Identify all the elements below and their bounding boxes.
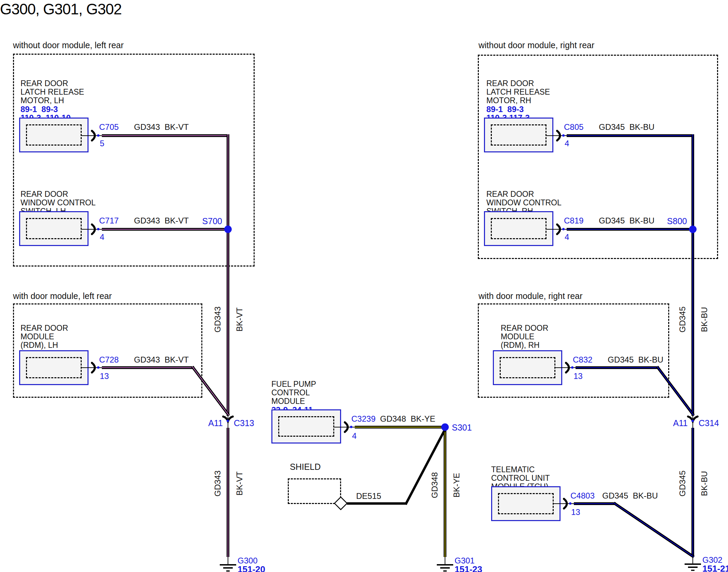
- pin-label-c3239: 4: [352, 431, 356, 441]
- pin-label-c819: 4: [565, 232, 569, 242]
- inline-connector-label-a11-right: A11: [655, 418, 688, 428]
- wire-label-gd345-c805: GD345 BK-BU: [599, 122, 655, 132]
- inline-connector-label-a11-left: A11: [190, 418, 223, 428]
- wire-gd343-c728: [102, 366, 194, 369]
- connector-label-c717: C717: [99, 216, 119, 226]
- ground-page-g301: 151-23: [455, 564, 482, 572]
- wire-label-gd343-c728: GD343 BK-VT: [134, 355, 189, 365]
- wire-label-gd345-vertical-lower: GD345: [678, 463, 687, 504]
- wire-label-gd343-vertical-upper: GD343: [213, 299, 223, 340]
- wire-label-bkvt-vertical-lower: BK-VT: [235, 463, 244, 504]
- splice-s800: [689, 226, 697, 233]
- splice-s700: [224, 226, 232, 233]
- component-box-fpcm: [271, 409, 341, 444]
- section-label-right-without: without door module, right rear: [478, 40, 594, 50]
- section-label-left-with: with door module, left rear: [13, 291, 112, 301]
- wire-gd345-c819: [567, 228, 690, 231]
- wire-label-de515: DE515: [356, 491, 381, 501]
- component-box-latch-lh: [19, 118, 89, 152]
- wire-de515-diagonal: [405, 428, 447, 505]
- wire-label-gd343-vertical-lower: GD343: [213, 463, 223, 504]
- wire-gd345-vertical-lower: [691, 428, 694, 556]
- wire-gd345-vertical-upper: [691, 134, 694, 416]
- connector-mate-dot: [350, 426, 352, 428]
- ground-symbol-g300: [218, 557, 238, 572]
- inline-connector-label-c313: C313: [234, 418, 254, 428]
- shield-label: SHIELD: [290, 462, 321, 472]
- connector-mate-dot: [97, 134, 99, 137]
- wire-label-bkvt-vertical-upper: BK-VT: [235, 299, 244, 340]
- component-inner-dashed: [500, 357, 555, 378]
- wire-gd348-c3239: [355, 426, 442, 428]
- pin-label-c717: 4: [100, 232, 104, 242]
- splice-s301: [441, 423, 449, 431]
- section-label-right-with: with door module, right rear: [478, 291, 582, 301]
- connector-label-c832: C832: [573, 355, 592, 365]
- wire-label-bkye-vertical: BK-YE: [452, 465, 461, 506]
- pin-label-c705: 5: [100, 139, 104, 148]
- wire-label-gd348-c3239: GD348 BK-YE: [380, 414, 435, 424]
- shield-drain-diamond-icon: [333, 496, 348, 511]
- wire-label-gd345-c819: GD345 BK-BU: [599, 216, 655, 226]
- inline-connector-label-c314: C314: [699, 418, 719, 428]
- splice-label-s800: S800: [651, 216, 687, 226]
- wire-gd345-c832: [576, 366, 659, 369]
- wire-label-gd343-c717: GD343 BK-VT: [134, 216, 189, 226]
- connector-mate-dot: [97, 228, 99, 230]
- pin-label-c805: 4: [565, 139, 569, 148]
- wire-de515-shield: [347, 502, 407, 505]
- connector-mate-dot: [562, 228, 565, 230]
- component-inner-dashed: [26, 357, 82, 378]
- component-box-rdm-rh: [493, 350, 562, 385]
- ground-symbol-g302: [683, 556, 703, 572]
- connector-label-c819: C819: [564, 216, 583, 226]
- component-box-latch-rh: [484, 118, 553, 152]
- wire-label-bkbu-vertical-upper: BK-BU: [700, 299, 709, 340]
- splice-label-s301: S301: [452, 423, 472, 433]
- wire-gd345-c805: [567, 134, 694, 137]
- component-inner-dashed: [278, 416, 334, 437]
- wire-label-gd345-c4803: GD345 BK-BU: [602, 491, 658, 501]
- wire-gd343-c705: [102, 134, 229, 137]
- wire-label-gd345-vertical-upper: GD345: [678, 299, 687, 340]
- section-label-left-without: without door module, left rear: [13, 40, 124, 50]
- ground-page-g302: 151-21: [702, 563, 728, 572]
- wire-gd348-vertical: [444, 427, 446, 557]
- pin-label-c4803: 13: [571, 507, 580, 517]
- wire-label-gd348-vertical: GD348: [430, 465, 440, 506]
- inline-connector-dot: [227, 420, 229, 422]
- component-inner-dashed: [491, 218, 547, 239]
- connector-mate-dot: [571, 366, 574, 369]
- component-inner-dashed: [491, 124, 547, 146]
- wire-label-gd345-c832: GD345 BK-BU: [608, 355, 663, 365]
- inline-connector-dot: [691, 420, 694, 422]
- pin-label-c832: 13: [574, 371, 583, 381]
- wire-gd343-vertical-lower: [227, 428, 229, 557]
- component-box-tcu: [491, 486, 561, 521]
- page-title: G300, G301, G302: [0, 1, 122, 18]
- connector-mate-dot: [97, 366, 99, 369]
- wire-gd345-diagonal-tcu: [613, 502, 695, 558]
- connector-label-c3239: C3239: [351, 414, 376, 424]
- wire-gd343-vertical-upper: [227, 134, 229, 416]
- component-box-window-lh: [19, 211, 89, 246]
- component-inner-dashed: [26, 218, 82, 239]
- ground-symbol-g301: [435, 557, 455, 572]
- connector-label-c4803: C4803: [570, 491, 595, 501]
- ground-page-g300: 151-20: [238, 564, 265, 572]
- component-inner-dashed: [498, 493, 554, 514]
- connector-label-c805: C805: [564, 122, 583, 132]
- wire-gd343-c717: [102, 228, 226, 231]
- wire-label-bkbu-vertical-lower: BK-BU: [700, 463, 709, 504]
- component-box-rdm-lh: [19, 350, 89, 385]
- connector-mate-dot: [569, 502, 571, 505]
- wire-label-gd343-c705: GD343 BK-VT: [134, 122, 189, 132]
- connector-label-c728: C728: [99, 355, 119, 365]
- connector-mate-dot: [562, 134, 565, 137]
- wire-gd345-c4803: [574, 502, 616, 505]
- component-box-window-rh: [484, 211, 553, 246]
- splice-label-s700: S700: [186, 216, 222, 226]
- component-inner-dashed: [26, 124, 82, 146]
- pin-label-c728: 13: [100, 371, 109, 381]
- connector-label-c705: C705: [99, 122, 119, 132]
